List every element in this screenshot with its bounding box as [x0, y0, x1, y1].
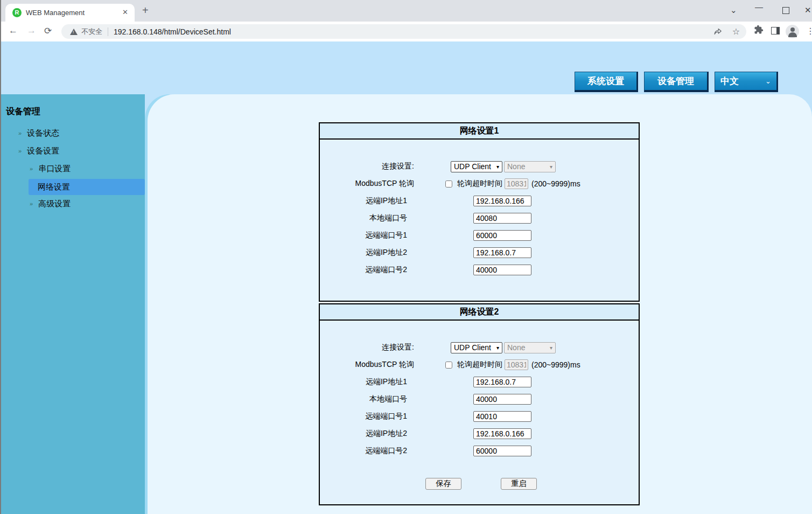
local-port-input[interactable] — [473, 394, 531, 405]
device-management-button[interactable]: 设备管理 — [644, 72, 709, 92]
poll-timeout-input — [505, 178, 528, 189]
back-button[interactable]: ← — [9, 25, 18, 36]
sidebar-item-advanced-settings[interactable]: »高级设置 — [30, 199, 71, 209]
main-content-area: 网络设置1 连接设置: UDP Client ▾ None ▾ ModbusTC… — [148, 94, 812, 514]
address-bar[interactable]: ! 不安全 192.168.0.148/html/DeviceSet.html … — [61, 24, 746, 39]
sidebar: 设备管理 »设备状态 »设备设置 »串口设置 网络设置 »高级设置 — [1, 94, 145, 514]
system-settings-button[interactable]: 系统设置 — [575, 72, 638, 92]
profile-avatar[interactable] — [786, 25, 799, 38]
window-maximize-button[interactable] — [782, 7, 789, 14]
browser-toolbar: ← → ⟳ ! 不安全 192.168.0.148/html/DeviceSet… — [1, 22, 812, 41]
page-background: 系统设置 设备管理 中文 ⌄ 设备管理 »设备状态 »设备设置 »串口设置 网络… — [1, 41, 812, 514]
tab-close-icon[interactable]: ✕ — [122, 8, 128, 16]
connection-mode-select[interactable]: UDP Client ▾ — [451, 161, 502, 172]
modbus-poll-label: ModbusTCP 轮询 — [320, 179, 414, 189]
sidebar-item-label: 设备状态 — [27, 128, 59, 137]
url-text[interactable]: 192.168.0.148/html/DeviceSet.html — [114, 27, 704, 36]
new-tab-button[interactable]: + — [142, 4, 149, 17]
chevron-down-icon: ⌄ — [765, 77, 771, 85]
avatar-body-shape — [788, 32, 797, 37]
remote-port2-input[interactable] — [473, 265, 531, 275]
connection-setting-label: 连接设置: — [320, 162, 414, 171]
remote-port1-label: 远端端口号1 — [320, 412, 414, 421]
save-button[interactable]: 保存 — [425, 478, 461, 490]
network-settings-panel-1: 网络设置1 连接设置: UDP Client ▾ None ▾ ModbusTC… — [319, 122, 640, 302]
browser-tab-bar: R WEB Management ✕ + ⌄ — ✕ — [1, 0, 812, 22]
sidebar-item-device-status[interactable]: »设备状态 — [18, 128, 59, 138]
connection-sub-value: None — [507, 162, 525, 171]
remote-ip2-label: 远端IP地址2 — [320, 429, 414, 439]
bookmark-star-icon[interactable]: ☆ — [732, 26, 740, 37]
modbus-poll-checkbox[interactable] — [445, 362, 452, 369]
remote-port1-input[interactable] — [473, 230, 531, 241]
browser-tab[interactable]: R WEB Management ✕ — [5, 4, 135, 22]
extensions-puzzle-icon[interactable] — [754, 25, 764, 34]
remote-ip1-label: 远端IP地址1 — [320, 377, 414, 387]
poll-timeout-range-hint: (200~9999)ms — [531, 179, 580, 188]
remote-port2-label: 远端端口号2 — [320, 265, 414, 275]
sidebar-item-label: 网络设置 — [38, 182, 70, 191]
remote-ip1-input[interactable] — [473, 196, 531, 206]
security-label: 不安全 — [81, 27, 102, 37]
remote-ip2-label: 远端IP地址2 — [320, 248, 414, 258]
arrow-bullet-icon: » — [30, 200, 33, 207]
remote-ip1-label: 远端IP地址1 — [320, 196, 414, 206]
forward-button[interactable]: → — [27, 25, 36, 36]
sidebar-item-network-settings-selected[interactable]: 网络设置 — [29, 179, 145, 195]
tab-title: WEB Management — [26, 9, 85, 17]
language-select-value: 中文 — [720, 75, 739, 87]
sidebar-item-label: 串口设置 — [38, 164, 71, 173]
select-arrow-icon: ▾ — [550, 345, 552, 351]
remote-port2-label: 远端端口号2 — [320, 446, 414, 456]
connection-sub-select: None ▾ — [504, 161, 556, 172]
modbus-poll-checkbox[interactable] — [445, 180, 452, 187]
connection-mode-select[interactable]: UDP Client ▾ — [451, 342, 502, 353]
language-select[interactable]: 中文 ⌄ — [715, 72, 778, 92]
poll-timeout-range-hint: (200~9999)ms — [531, 360, 580, 369]
panel-title: 网络设置2 — [320, 304, 639, 321]
remote-port2-input[interactable] — [473, 446, 531, 456]
sidebar-item-device-settings[interactable]: »设备设置 — [18, 146, 59, 156]
sidebar-title: 设备管理 — [6, 106, 40, 117]
local-port-label: 本地端口号 — [320, 394, 414, 404]
browser-menu-kebab-icon[interactable]: ⋮ — [806, 26, 812, 36]
remote-ip1-input[interactable] — [473, 377, 531, 387]
connection-mode-value: UDP Client — [454, 343, 491, 352]
not-secure-warning-icon: ! — [70, 29, 78, 35]
sidebar-item-serial-settings[interactable]: »串口设置 — [30, 164, 71, 174]
poll-timeout-input — [505, 359, 528, 370]
reload-button[interactable]: ⟳ — [44, 25, 52, 37]
connection-sub-value: None — [507, 343, 525, 352]
sidebar-item-label: 高级设置 — [38, 199, 71, 208]
favicon-icon: R — [12, 8, 22, 17]
restart-button[interactable]: 重启 — [501, 478, 537, 490]
share-icon[interactable] — [713, 27, 723, 36]
window-close-button[interactable]: ✕ — [804, 5, 811, 15]
arrow-bullet-icon: » — [18, 148, 22, 154]
panel-title: 网络设置1 — [320, 123, 639, 140]
network-settings-panel-2: 网络设置2 连接设置: UDP Client ▾ None ▾ ModbusTC… — [319, 303, 640, 505]
remote-ip2-input[interactable] — [473, 247, 531, 258]
select-arrow-icon: ▾ — [496, 345, 499, 351]
url-divider — [108, 27, 108, 36]
local-port-input[interactable] — [473, 213, 531, 224]
arrow-bullet-icon: » — [18, 130, 22, 136]
select-arrow-icon: ▾ — [496, 164, 499, 170]
local-port-label: 本地端口号 — [320, 213, 414, 223]
remote-ip2-input[interactable] — [473, 428, 531, 439]
arrow-bullet-icon: » — [30, 165, 33, 172]
avatar-head-shape — [790, 27, 795, 32]
remote-port1-input[interactable] — [473, 411, 531, 422]
connection-mode-value: UDP Client — [454, 162, 491, 171]
poll-timeout-label: 轮询超时时间 — [457, 179, 502, 189]
select-arrow-icon: ▾ — [550, 164, 552, 170]
connection-setting-label: 连接设置: — [320, 343, 414, 352]
window-minimize-button[interactable]: — — [755, 2, 763, 11]
sidebar-item-label: 设备设置 — [27, 146, 59, 155]
tab-search-chevron-icon[interactable]: ⌄ — [730, 5, 737, 15]
poll-timeout-label: 轮询超时时间 — [457, 360, 502, 370]
remote-port1-label: 远端端口号1 — [320, 231, 414, 240]
modbus-poll-label: ModbusTCP 轮询 — [320, 360, 414, 370]
connection-sub-select: None ▾ — [504, 342, 556, 353]
side-panel-icon[interactable] — [771, 27, 780, 34]
